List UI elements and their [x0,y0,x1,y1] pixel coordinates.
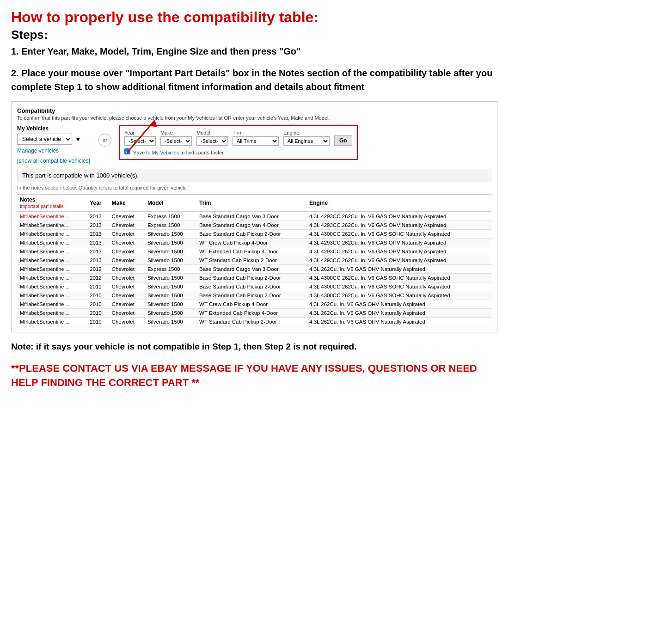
trim-cell: WT Extended Cab Pickup 4-Door [196,309,306,318]
engine-cell: 4.3L 4293CC 262Cu. In. V6 GAS OHV Natura… [306,212,491,221]
trim-cell: Base Standard Cab Pickup 2-Door [196,230,306,239]
my-vehicles-save-link[interactable]: My Vehicles [152,150,179,155]
engine-label: Engine [283,130,330,135]
notes-cell: Mfrlabel:Serpentine ... [17,239,87,247]
make-cell: Chevrolet [109,212,145,221]
notes-cell: Mfrlabel:Serpentine ... [17,309,87,318]
engine-cell: 4.3L 4293CC 262Cu. In. V6 GAS OHV Natura… [306,247,491,256]
col-header-model: Model [145,195,196,212]
notes-subheader: Important part details [20,204,63,209]
trim-cell: WT Standard Cab Pickup 2-Door [196,256,306,265]
make-select[interactable]: -Select- [160,136,192,146]
compat-subtitle: To confirm that this part fits your vehi… [17,115,491,121]
year-cell: 2013 [87,230,109,239]
engine-field: Engine All Engines [283,130,330,146]
dropdown-arrow-icon: ▼ [75,135,81,143]
compatibility-table: Notes Important part details Year Make M… [17,194,491,326]
bottom-note: Note: if it says your vehicle is not com… [11,341,497,353]
year-label: Year [124,130,156,135]
make-cell: Chevrolet [109,239,145,247]
table-row: Mfrlabel:Serpentine...2013ChevroletExpre… [17,221,491,230]
step2-text: 2. Place your mouse over "Important Part… [11,66,497,94]
trim-cell: Base Standard Cab Pickup 2-Door [196,291,306,300]
table-row: Mfrlabel:Serpentine ...2013ChevroletSilv… [17,247,491,256]
model-cell: Silverado 1500 [145,291,196,300]
model-cell: Silverado 1500 [145,282,196,291]
engine-cell: 4.3L 4300CC 262Cu. In. V6 GAS SOHC Natur… [306,230,491,239]
trim-select[interactable]: All Trims [233,136,279,146]
save-row: Save to My Vehicles to finds parts faste… [124,148,352,155]
engine-cell: 4.3L 262Cu. In. V6 GAS OHV Naturally Asp… [306,309,491,318]
table-row: Mfrlabel:Serpentine ...2010ChevroletSilv… [17,300,491,309]
table-row: Mfrlabel:Serpentine ...2012ChevroletExpr… [17,265,491,274]
select-vehicle-dropdown[interactable]: Select a vehicle [17,134,72,145]
year-select[interactable]: -Select- [124,136,156,146]
engine-cell: 4.3L 4300CC 262Cu. In. V6 GAS SOHC Natur… [306,291,491,300]
quantity-note: In the notes section below, Quantity ref… [17,185,491,190]
trim-cell: WT Standard Cab Pickup 2-Door [196,318,306,326]
make-cell: Chevrolet [109,221,145,230]
year-cell: 2012 [87,274,109,282]
table-row: Mfrlabel:Serpentine ...2010ChevroletSilv… [17,291,491,300]
trim-cell: Base Standard Cab Pickup 2-Door [196,274,306,282]
make-cell: Chevrolet [109,265,145,274]
notes-cell: Mfrlabel:Serpentine ... [17,230,87,239]
or-badge: or [98,134,111,147]
model-cell: Silverado 1500 [145,256,196,265]
make-cell: Chevrolet [109,300,145,309]
trim-cell: WT Extended Cab Pickup 4-Door [196,247,306,256]
manage-vehicles-link[interactable]: Manage vehicles [17,147,91,154]
model-field: Model -Select- [196,130,228,146]
compat-title: Compatibility [17,107,491,114]
col-header-year: Year [87,195,109,212]
notes-cell: Mfrlabel:Serpentine ... [17,247,87,256]
table-row: Mfrlabel:Serpentine ...2010ChevroletSilv… [17,309,491,318]
notes-cell: Mfrlabel:Serpentine ... [17,265,87,274]
table-row: Mfrlabel:Serpentine ...2010ChevroletSilv… [17,318,491,326]
engine-cell: 4.3L 4293CC 262Cu. In. V6 GAS OHV Natura… [306,256,491,265]
engine-select[interactable]: All Engines [283,136,330,146]
model-label: Model [196,130,228,135]
engine-cell: 4.3L 4300CC 262Cu. In. V6 GAS SOHC Natur… [306,282,491,291]
year-cell: 2013 [87,212,109,221]
my-vehicles-section: My Vehicles Select a vehicle ▼ Manage ve… [17,125,91,164]
table-row: Mfrlabel:Serpentine ...2013ChevroletSilv… [17,256,491,265]
col-header-engine: Engine [306,195,491,212]
notes-cell: Mfrlabel:Serpentine ... [17,318,87,326]
compatibility-diagram: Compatibility To confirm that this part … [11,101,497,332]
notes-cell: Mfrlabel:Serpentine ... [17,274,87,282]
save-label: Save to [133,150,150,155]
ymm-section: Year -Select- Make -Select- Model -Selec… [119,125,358,160]
model-cell: Silverado 1500 [145,230,196,239]
step1-text: 1. Enter Year, Make, Model, Trim, Engine… [11,45,497,58]
table-row: Mfrlabel:Serpentine ...2013ChevroletSilv… [17,230,491,239]
model-cell: Silverado 1500 [145,318,196,326]
engine-cell: 4.3L 262Cu. In. V6 GAS OHV Naturally Asp… [306,318,491,326]
notes-cell: Mfrlabel:Serpentine ... [17,282,87,291]
compat-info-bar: This part is compatible with 1000 vehicl… [17,169,491,182]
model-select[interactable]: -Select- [196,136,228,146]
model-cell: Express 1500 [145,212,196,221]
year-cell: 2013 [87,247,109,256]
trim-cell: Base Standard Cargo Van 3-Door [196,265,306,274]
go-button[interactable]: Go [334,135,352,146]
model-cell: Silverado 1500 [145,247,196,256]
table-row: Mfrlabel:Serpentine ...2012ChevroletSilv… [17,274,491,282]
engine-cell: 4.3L 4293CC 262Cu. In. V6 GAS OHV Natura… [306,221,491,230]
model-cell: Silverado 1500 [145,239,196,247]
engine-cell: 4.3L 262Cu. In. V6 GAS OHV Naturally Asp… [306,265,491,274]
trim-cell: WT Crew Cab Pickup 4-Door [196,300,306,309]
my-vehicles-label: My Vehicles [17,125,91,132]
save-checkbox[interactable] [124,148,130,154]
year-cell: 2013 [87,239,109,247]
model-cell: Silverado 1500 [145,300,196,309]
show-all-compat-link[interactable]: [show all compatible vehicles] [17,158,91,164]
make-cell: Chevrolet [109,309,145,318]
notes-cell: Mfrlabel:Serpentine... [17,221,87,230]
steps-heading: Steps: [11,28,497,42]
make-label: Make [160,130,192,135]
model-cell: Silverado 1500 [145,309,196,318]
col-header-notes: Notes Important part details [17,195,87,212]
make-cell: Chevrolet [109,274,145,282]
col-header-trim: Trim [196,195,306,212]
